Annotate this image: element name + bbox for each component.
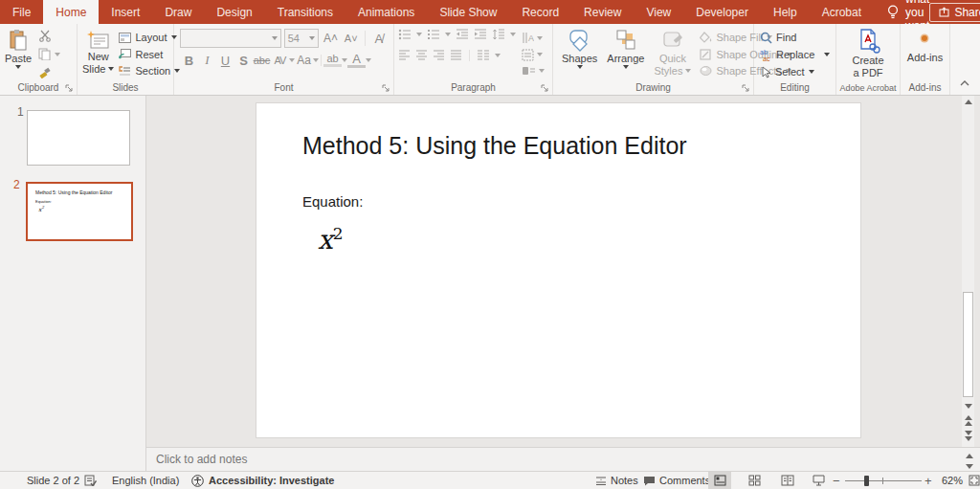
slide-canvas[interactable]: Method 5: Using the Equation Editor Equa… [256,102,861,438]
slide-body-text[interactable]: Equation: [302,193,363,210]
text-shadow-button[interactable]: S [234,54,253,68]
character-spacing-button[interactable]: AV [271,55,289,66]
tab-transitions[interactable]: Transitions [265,0,345,24]
accessibility-status[interactable]: Accessibility: Investigate [209,472,334,489]
layout-button[interactable]: Layout [119,30,180,45]
slide-1-thumbnail[interactable] [27,110,130,166]
chevron-down-icon [366,58,371,62]
tab-home[interactable]: Home [43,0,99,24]
language-status[interactable]: English (India) [112,472,179,489]
tab-view[interactable]: View [634,0,683,24]
comments-button[interactable]: Comments [643,472,710,489]
normal-view-button[interactable] [708,472,731,489]
bullets-button[interactable] [398,29,412,40]
arrange-button[interactable]: Arrange [602,27,649,81]
tab-help[interactable]: Help [761,0,810,24]
tab-slide-show[interactable]: Slide Show [427,0,509,24]
tab-acrobat[interactable]: Acrobat [810,0,874,24]
vertical-scrollbar[interactable] [962,96,974,447]
convert-to-smartart-button[interactable] [522,65,545,77]
increase-indent-button[interactable] [474,29,487,40]
scrollbar-thumb[interactable] [963,292,973,397]
reset-button[interactable]: Reset [119,47,180,62]
section-label: Section [135,63,170,78]
tab-insert[interactable]: Insert [99,0,152,24]
reading-view-button[interactable] [776,472,799,489]
paragraph-dialog-launcher[interactable] [541,84,549,93]
notes-toggle-button[interactable]: Notes [595,472,638,489]
notes-icon [595,476,607,486]
highlight-color-button[interactable]: ab [323,54,342,67]
slide-title-text[interactable]: Method 5: Using the Equation Editor [302,132,687,160]
shapes-button[interactable]: Shapes [557,27,602,81]
share-button[interactable]: Share [929,3,980,22]
zoom-out-button[interactable]: − [833,472,840,489]
collapse-ribbon-button[interactable] [959,79,970,87]
copy-button[interactable] [38,48,60,60]
clear-formatting-button[interactable]: A̸ [370,32,388,46]
change-case-button[interactable]: Aa [295,54,313,67]
align-right-button[interactable] [433,50,445,61]
tab-review[interactable]: Review [571,0,634,24]
font-size-combobox[interactable]: 54 [284,29,320,48]
paste-button[interactable]: Paste [0,27,36,81]
select-button[interactable]: Select [760,64,830,79]
scroll-down-button[interactable] [962,400,974,412]
strikethrough-button[interactable]: abc [253,55,271,66]
quick-styles-label-line2: Styles [654,65,682,77]
create-pdf-button[interactable]: Create a PDF [847,27,888,81]
bold-button[interactable]: B [180,54,198,68]
format-painter-button[interactable] [38,66,60,78]
align-text-button[interactable] [522,49,545,61]
triangle-up-icon [965,100,972,104]
italic-button[interactable]: I [198,53,216,68]
align-left-button[interactable] [398,50,411,61]
text-direction-button[interactable]: A [522,32,545,44]
drawing-dialog-launcher[interactable] [742,84,750,93]
section-button[interactable]: Section [119,63,180,78]
spell-check-icon[interactable] [84,472,97,489]
find-button[interactable]: Find [760,30,830,45]
font-name-combobox[interactable] [180,29,281,48]
tab-design[interactable]: Design [204,0,264,24]
new-slide-button[interactable]: New Slide [78,27,119,81]
tab-developer[interactable]: Developer [683,0,761,24]
fit-slide-to-window-button[interactable] [963,472,980,489]
font-color-button[interactable]: A [347,54,366,68]
zoom-level[interactable]: 62% [942,472,963,489]
replace-button[interactable]: abac Replace [760,47,830,62]
zoom-in-button[interactable]: + [924,472,932,489]
tab-record[interactable]: Record [509,0,571,24]
notes-placeholder[interactable]: Click to add notes [156,453,247,466]
cut-button[interactable] [38,30,60,42]
underline-button[interactable]: U [216,54,234,68]
align-center-button[interactable] [415,50,428,61]
zoom-slider-thumb[interactable] [864,476,869,486]
line-spacing-button[interactable] [492,29,505,40]
scroll-up-button[interactable] [962,96,974,108]
slide-2-thumbnail[interactable]: Method 5: Using the Equation Editor Equa… [26,182,133,241]
justify-button[interactable] [450,50,462,61]
columns-button[interactable] [477,50,490,61]
tab-animations[interactable]: Animations [345,0,427,24]
next-slide-button[interactable] [962,430,974,442]
notes-pane[interactable]: Click to add notes [146,447,980,471]
clipboard-dialog-launcher[interactable] [65,84,74,93]
addins-button[interactable]: Add-ins [902,27,947,81]
increase-font-size-button[interactable]: A˄ [322,32,339,45]
numbering-button[interactable] [427,29,440,40]
decrease-indent-button[interactable] [456,29,469,40]
slide-sorter-view-button[interactable] [743,472,766,489]
tell-me-box[interactable]: Tell me what you want to do [887,0,929,24]
previous-slide-button[interactable] [962,414,974,427]
tab-file[interactable]: File [0,0,43,24]
quick-styles-button[interactable]: Quick Styles [649,27,696,81]
ribbon-group-editing: Find abac Replace Select Editing [754,24,836,95]
slide-equation[interactable]: x2 [318,224,344,256]
slide-2-thumbnail-title: Method 5: Using the Equation Editor [35,189,112,195]
slide-show-button[interactable] [807,472,830,489]
font-dialog-launcher[interactable] [382,84,390,93]
zoom-slider-track[interactable] [845,480,922,481]
tab-draw[interactable]: Draw [152,0,204,24]
decrease-font-size-button[interactable]: A˅ [343,33,360,44]
